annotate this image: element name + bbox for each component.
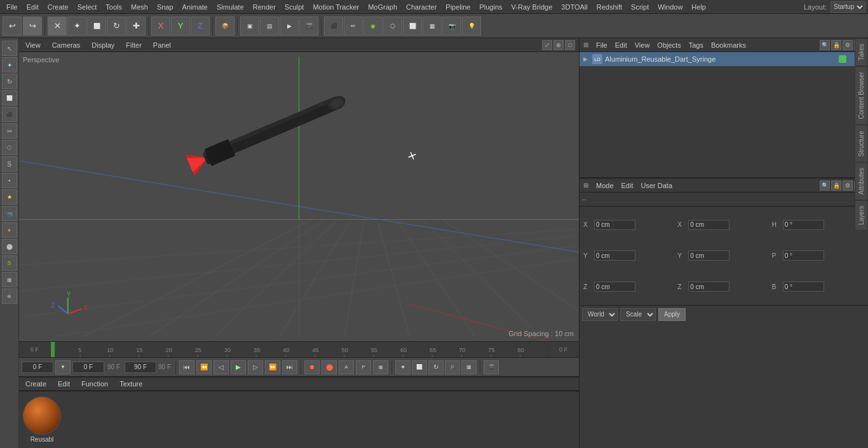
obj-menu-bookmarks[interactable]: Bookmarks	[709, 40, 749, 50]
obj-menu-objects[interactable]: Objects	[654, 40, 683, 50]
goto-start-button[interactable]: ⏮	[179, 360, 194, 374]
vp-light-button[interactable]: 💡	[462, 17, 481, 36]
obj-expand-icon[interactable]: ▶	[583, 56, 590, 62]
grid-pb-btn[interactable]: ▦	[461, 360, 477, 374]
obj-menu-tags[interactable]: Tags	[686, 40, 706, 50]
vp-move-btn[interactable]: ⊕	[553, 40, 564, 50]
y-axis-button[interactable]: Y	[171, 17, 190, 36]
vp-menu-cameras[interactable]: Cameras	[50, 40, 83, 50]
move-pb-btn[interactable]: ✦	[395, 360, 410, 374]
menu-file[interactable]: File	[3, 2, 22, 12]
vp-node-button[interactable]: ◉	[363, 17, 383, 36]
pivot-pb-btn[interactable]: P	[445, 360, 460, 374]
material-item[interactable]: Reusabl	[23, 397, 61, 443]
takes-tab[interactable]: Takes	[855, 38, 868, 66]
menu-help[interactable]: Help	[688, 2, 710, 12]
record-keyframe-button[interactable]: ⬤	[322, 360, 337, 374]
attr-gear-btn[interactable]: ⚙	[843, 180, 853, 191]
obj-menu-view[interactable]: View	[632, 40, 653, 50]
prev-frame-button[interactable]: ⏪	[196, 360, 212, 374]
prev-keyframe-button[interactable]: ◁	[214, 360, 229, 374]
rotate-tool-button[interactable]: ↻	[107, 17, 126, 36]
vp-menu-filter[interactable]: Filter	[123, 40, 144, 50]
menu-mesh[interactable]: Mesh	[127, 2, 152, 12]
menu-mograph[interactable]: MoGraph	[364, 2, 401, 12]
sidebar-move-icon[interactable]: ✦	[2, 57, 17, 72]
attr-menu-edit[interactable]: Edit	[619, 180, 636, 191]
obj-gear-button[interactable]: ⚙	[843, 40, 853, 50]
obj-green-dot[interactable]	[839, 55, 846, 63]
goto-end-button[interactable]: ⏭	[282, 360, 297, 374]
menu-plugins[interactable]: Plugins	[475, 2, 506, 12]
sidebar-light-icon[interactable]: ★	[2, 189, 17, 205]
playback-end1-input[interactable]	[125, 362, 156, 373]
sidebar-group-icon[interactable]: ⬛	[2, 107, 17, 122]
play-button[interactable]: ▶	[231, 360, 246, 374]
onion-skin-button[interactable]: ▦	[373, 360, 388, 374]
mat-menu-create[interactable]: Create	[23, 379, 49, 389]
sidebar-cam2-icon[interactable]: 📹	[2, 206, 17, 221]
mat-menu-texture[interactable]: Texture	[117, 379, 145, 389]
next-frame-button[interactable]: ⏩	[265, 360, 280, 374]
playback-start-input[interactable]: 0 F	[22, 362, 53, 373]
scale-dropdown[interactable]: Scale	[620, 308, 656, 321]
auto-keyframe-button[interactable]: A	[339, 360, 354, 374]
record-button[interactable]: ⏺	[304, 360, 320, 374]
z-rot-input[interactable]	[688, 282, 729, 292]
menu-script[interactable]: Script	[627, 2, 653, 12]
render-region-button[interactable]: ▣	[240, 17, 259, 36]
vp-menu-display[interactable]: Display	[89, 40, 117, 50]
sidebar-cube-icon[interactable]: ▪	[2, 173, 17, 188]
vp-mesh-button[interactable]: ⬡	[383, 17, 402, 36]
apply-button[interactable]: Apply	[658, 308, 686, 321]
attr-menu-mode[interactable]: Mode	[593, 180, 616, 191]
transform-tool-button[interactable]: ✚	[126, 17, 146, 36]
sidebar-rotate-icon[interactable]: ↻	[2, 74, 17, 89]
viewport-3d[interactable]: X Y Z Perspective Grid Spacing : 10 cm	[19, 52, 579, 341]
attr-search-btn[interactable]: 🔍	[820, 180, 830, 191]
redo-button[interactable]: ↪	[23, 17, 42, 36]
x-rot-input[interactable]	[688, 220, 729, 230]
menu-simulate[interactable]: Simulate	[213, 2, 248, 12]
vp-pen-button[interactable]: ✏	[344, 17, 363, 36]
menu-character[interactable]: Character	[402, 2, 440, 12]
menu-render[interactable]: Render	[249, 2, 280, 12]
sidebar-arrow-icon[interactable]: ↖	[2, 41, 17, 56]
menu-animate[interactable]: Animate	[179, 2, 212, 12]
sidebar-deform-icon[interactable]: S	[2, 255, 17, 271]
z-pos-input[interactable]	[594, 282, 635, 292]
render-to-picture-button[interactable]: 🎬	[299, 17, 318, 36]
menu-edit[interactable]: Edit	[23, 2, 43, 12]
sidebar-spline-icon[interactable]: S	[2, 156, 17, 172]
vp-uvw-button[interactable]: ▦	[423, 17, 442, 36]
rotate-pb-btn[interactable]: ↻	[428, 360, 444, 374]
sidebar-paint-icon[interactable]: ●	[2, 222, 17, 238]
select-tool-button[interactable]: ✕	[48, 17, 67, 36]
content-browser-tab[interactable]: Content Browser	[855, 66, 868, 125]
z-axis-button[interactable]: Z	[191, 17, 210, 36]
object-mode-button[interactable]: 📦	[215, 17, 234, 36]
menu-redshift[interactable]: Redshift	[593, 2, 626, 12]
h-input[interactable]	[783, 220, 824, 230]
mat-menu-edit[interactable]: Edit	[55, 379, 72, 389]
menu-snap[interactable]: Snap	[153, 2, 177, 12]
sidebar-magnet-icon[interactable]: ⬤	[2, 239, 17, 254]
scale-pb-btn[interactable]: ⬜	[412, 360, 427, 374]
y-pos-input[interactable]	[594, 250, 635, 261]
obj-menu-file[interactable]: File	[593, 40, 610, 50]
p-input[interactable]	[783, 250, 824, 261]
menu-vray[interactable]: V-Ray Bridge	[508, 2, 557, 12]
sidebar-knife-icon[interactable]: ✂	[2, 123, 17, 139]
menu-3dtoall[interactable]: 3DTOAll	[557, 2, 591, 12]
sidebar-polygon-icon[interactable]: ⬡	[2, 140, 17, 155]
sidebar-snap-icon[interactable]: ⊕	[2, 288, 17, 304]
layout-select[interactable]: Startup	[831, 1, 865, 13]
timeline[interactable]: 0 F	[19, 341, 579, 358]
vp-brush-button[interactable]: ⬜	[403, 17, 422, 36]
world-dropdown[interactable]: World	[582, 308, 618, 321]
playback-current-input[interactable]: 0 F	[72, 362, 104, 373]
move-tool-button[interactable]: ✦	[67, 17, 86, 36]
attributes-tab[interactable]: Attributes	[855, 162, 868, 200]
attr-lock-btn[interactable]: 🔒	[831, 180, 841, 191]
menu-window[interactable]: Window	[654, 2, 686, 12]
